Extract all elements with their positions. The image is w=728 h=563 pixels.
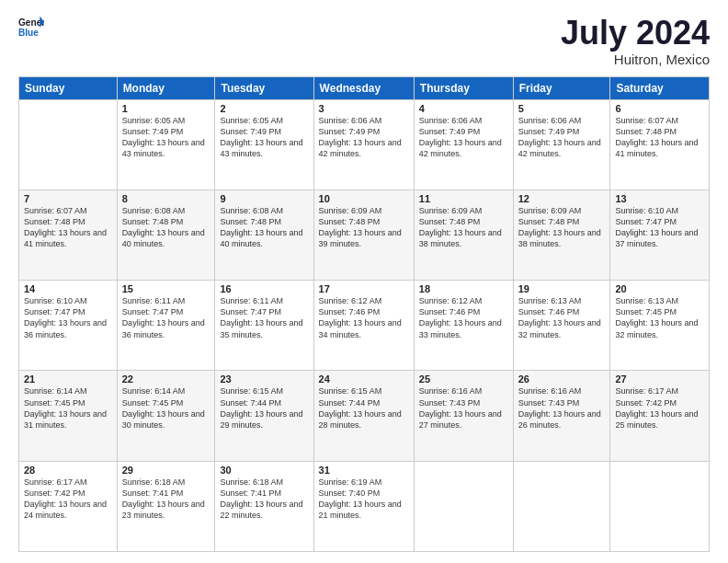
day-info: Sunrise: 6:19 AMSunset: 7:40 PMDaylight:… bbox=[319, 477, 409, 522]
day-number: 27 bbox=[615, 373, 704, 385]
day-cell: 8 Sunrise: 6:08 AMSunset: 7:48 PMDayligh… bbox=[117, 190, 215, 280]
day-info: Sunrise: 6:10 AMSunset: 7:47 PMDaylight:… bbox=[24, 295, 112, 340]
week-row-3: 14 Sunrise: 6:10 AMSunset: 7:47 PMDaylig… bbox=[19, 281, 710, 371]
day-info: Sunrise: 6:14 AMSunset: 7:45 PMDaylight:… bbox=[122, 385, 210, 431]
subtitle: Huitron, Mexico bbox=[561, 52, 710, 67]
col-tuesday: Tuesday bbox=[215, 76, 313, 99]
logo: General Blue bbox=[18, 15, 44, 40]
day-info: Sunrise: 6:18 AMSunset: 7:41 PMDaylight:… bbox=[122, 477, 210, 522]
day-info: Sunrise: 6:08 AMSunset: 7:48 PMDaylight:… bbox=[122, 205, 210, 250]
day-info: Sunrise: 6:11 AMSunset: 7:47 PMDaylight:… bbox=[220, 295, 308, 340]
day-info: Sunrise: 6:12 AMSunset: 7:46 PMDaylight:… bbox=[419, 295, 508, 340]
day-info: Sunrise: 6:09 AMSunset: 7:48 PMDaylight:… bbox=[319, 205, 409, 250]
day-number: 24 bbox=[319, 373, 409, 385]
day-cell: 5 Sunrise: 6:06 AMSunset: 7:49 PMDayligh… bbox=[513, 99, 610, 190]
day-cell: 1 Sunrise: 6:05 AMSunset: 7:49 PMDayligh… bbox=[117, 99, 215, 190]
day-number: 4 bbox=[419, 103, 508, 114]
day-number: 10 bbox=[319, 193, 409, 204]
day-cell bbox=[513, 461, 610, 551]
day-info: Sunrise: 6:16 AMSunset: 7:43 PMDaylight:… bbox=[518, 385, 606, 431]
day-number: 30 bbox=[220, 465, 308, 476]
day-number: 19 bbox=[518, 283, 606, 294]
week-row-4: 21 Sunrise: 6:14 AMSunset: 7:45 PMDaylig… bbox=[19, 371, 710, 461]
day-number: 11 bbox=[419, 193, 508, 204]
day-info: Sunrise: 6:05 AMSunset: 7:49 PMDaylight:… bbox=[122, 115, 210, 160]
day-number: 12 bbox=[518, 193, 606, 204]
general-blue-logo-icon: General Blue bbox=[18, 15, 44, 40]
day-cell: 16 Sunrise: 6:11 AMSunset: 7:47 PMDaylig… bbox=[215, 281, 313, 371]
day-cell: 18 Sunrise: 6:12 AMSunset: 7:46 PMDaylig… bbox=[414, 281, 513, 371]
day-number: 23 bbox=[220, 373, 308, 385]
day-info: Sunrise: 6:17 AMSunset: 7:42 PMDaylight:… bbox=[615, 385, 704, 431]
day-cell: 9 Sunrise: 6:08 AMSunset: 7:48 PMDayligh… bbox=[215, 190, 313, 280]
header-row: Sunday Monday Tuesday Wednesday Thursday… bbox=[19, 76, 710, 99]
day-cell: 30 Sunrise: 6:18 AMSunset: 7:41 PMDaylig… bbox=[215, 461, 313, 551]
day-info: Sunrise: 6:09 AMSunset: 7:48 PMDaylight:… bbox=[518, 205, 606, 250]
day-number: 20 bbox=[615, 283, 704, 294]
day-info: Sunrise: 6:11 AMSunset: 7:47 PMDaylight:… bbox=[122, 295, 210, 340]
col-friday: Friday bbox=[513, 76, 610, 99]
day-number: 6 bbox=[615, 103, 704, 114]
day-info: Sunrise: 6:14 AMSunset: 7:45 PMDaylight:… bbox=[24, 385, 112, 431]
day-cell: 29 Sunrise: 6:18 AMSunset: 7:41 PMDaylig… bbox=[117, 461, 215, 551]
page: General Blue July 2024 Huitron, Mexico S… bbox=[0, 0, 728, 563]
day-number: 29 bbox=[122, 465, 210, 476]
day-info: Sunrise: 6:16 AMSunset: 7:43 PMDaylight:… bbox=[419, 385, 508, 431]
day-number: 9 bbox=[220, 193, 308, 204]
col-monday: Monday bbox=[117, 76, 215, 99]
day-cell: 24 Sunrise: 6:15 AMSunset: 7:44 PMDaylig… bbox=[313, 371, 414, 461]
day-info: Sunrise: 6:07 AMSunset: 7:48 PMDaylight:… bbox=[615, 115, 704, 160]
day-info: Sunrise: 6:06 AMSunset: 7:49 PMDaylight:… bbox=[518, 115, 606, 160]
calendar-table: Sunday Monday Tuesday Wednesday Thursday… bbox=[18, 76, 710, 552]
col-sunday: Sunday bbox=[19, 76, 118, 99]
day-cell: 10 Sunrise: 6:09 AMSunset: 7:48 PMDaylig… bbox=[313, 190, 414, 280]
day-cell: 11 Sunrise: 6:09 AMSunset: 7:48 PMDaylig… bbox=[414, 190, 513, 280]
day-cell: 27 Sunrise: 6:17 AMSunset: 7:42 PMDaylig… bbox=[610, 371, 710, 461]
day-cell: 17 Sunrise: 6:12 AMSunset: 7:46 PMDaylig… bbox=[313, 281, 414, 371]
week-row-2: 7 Sunrise: 6:07 AMSunset: 7:48 PMDayligh… bbox=[19, 190, 710, 280]
day-number: 15 bbox=[122, 283, 210, 294]
day-info: Sunrise: 6:12 AMSunset: 7:46 PMDaylight:… bbox=[319, 295, 409, 340]
day-info: Sunrise: 6:15 AMSunset: 7:44 PMDaylight:… bbox=[319, 385, 409, 431]
day-info: Sunrise: 6:05 AMSunset: 7:49 PMDaylight:… bbox=[220, 115, 308, 160]
day-info: Sunrise: 6:17 AMSunset: 7:42 PMDaylight:… bbox=[24, 477, 112, 522]
day-cell: 14 Sunrise: 6:10 AMSunset: 7:47 PMDaylig… bbox=[19, 281, 118, 371]
day-number: 28 bbox=[24, 465, 112, 476]
day-cell: 23 Sunrise: 6:15 AMSunset: 7:44 PMDaylig… bbox=[215, 371, 313, 461]
day-cell: 6 Sunrise: 6:07 AMSunset: 7:48 PMDayligh… bbox=[610, 99, 710, 190]
col-saturday: Saturday bbox=[610, 76, 710, 99]
day-number: 31 bbox=[319, 465, 409, 476]
day-cell bbox=[610, 461, 710, 551]
day-number: 8 bbox=[122, 193, 210, 204]
header: General Blue July 2024 Huitron, Mexico bbox=[18, 15, 710, 67]
day-info: Sunrise: 6:18 AMSunset: 7:41 PMDaylight:… bbox=[220, 477, 308, 522]
day-cell: 3 Sunrise: 6:06 AMSunset: 7:49 PMDayligh… bbox=[313, 99, 414, 190]
day-cell: 20 Sunrise: 6:13 AMSunset: 7:45 PMDaylig… bbox=[610, 281, 710, 371]
col-thursday: Thursday bbox=[414, 76, 513, 99]
day-cell bbox=[19, 99, 118, 190]
day-cell bbox=[414, 461, 513, 551]
day-info: Sunrise: 6:13 AMSunset: 7:45 PMDaylight:… bbox=[615, 295, 704, 340]
day-cell: 4 Sunrise: 6:06 AMSunset: 7:49 PMDayligh… bbox=[414, 99, 513, 190]
day-cell: 12 Sunrise: 6:09 AMSunset: 7:48 PMDaylig… bbox=[513, 190, 610, 280]
day-cell: 22 Sunrise: 6:14 AMSunset: 7:45 PMDaylig… bbox=[117, 371, 215, 461]
day-number: 13 bbox=[615, 193, 704, 204]
day-cell: 19 Sunrise: 6:13 AMSunset: 7:46 PMDaylig… bbox=[513, 281, 610, 371]
day-number: 7 bbox=[24, 193, 112, 204]
day-number: 14 bbox=[24, 283, 112, 294]
day-info: Sunrise: 6:06 AMSunset: 7:49 PMDaylight:… bbox=[319, 115, 409, 160]
day-info: Sunrise: 6:06 AMSunset: 7:49 PMDaylight:… bbox=[419, 115, 508, 160]
day-cell: 7 Sunrise: 6:07 AMSunset: 7:48 PMDayligh… bbox=[19, 190, 118, 280]
day-info: Sunrise: 6:10 AMSunset: 7:47 PMDaylight:… bbox=[615, 205, 704, 250]
day-cell: 25 Sunrise: 6:16 AMSunset: 7:43 PMDaylig… bbox=[414, 371, 513, 461]
day-cell: 31 Sunrise: 6:19 AMSunset: 7:40 PMDaylig… bbox=[313, 461, 414, 551]
day-number: 26 bbox=[518, 373, 606, 385]
day-number: 18 bbox=[419, 283, 508, 294]
day-number: 2 bbox=[220, 103, 308, 114]
svg-text:Blue: Blue bbox=[18, 28, 39, 38]
day-number: 5 bbox=[518, 103, 606, 114]
day-info: Sunrise: 6:13 AMSunset: 7:46 PMDaylight:… bbox=[518, 295, 606, 340]
day-cell: 15 Sunrise: 6:11 AMSunset: 7:47 PMDaylig… bbox=[117, 281, 215, 371]
day-cell: 13 Sunrise: 6:10 AMSunset: 7:47 PMDaylig… bbox=[610, 190, 710, 280]
main-title: July 2024 bbox=[561, 15, 710, 52]
